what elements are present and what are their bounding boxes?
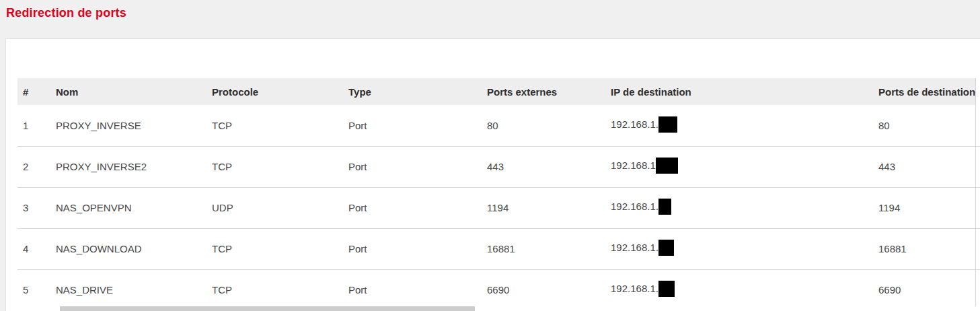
type-cell: Port	[343, 228, 482, 269]
table-row: 4 NAS_DOWNLOAD TCP Port 16881 192.168.1.…	[17, 228, 980, 269]
destination-ip-cell: 192.168.1.	[605, 228, 873, 269]
type-cell: Port	[343, 269, 482, 310]
ip-redaction-box	[656, 158, 678, 174]
table-header-row: # Nom Protocole Type Ports externes IP d…	[17, 78, 980, 105]
rule-name-cell: NAS_DOWNLOAD	[50, 228, 206, 269]
port-forwarding-table: # Nom Protocole Type Ports externes IP d…	[17, 78, 980, 310]
rule-name-cell: PROXY_INVERSE2	[50, 146, 206, 187]
table-row: 2 PROXY_INVERSE2 TCP Port 443 192.168.1 …	[17, 146, 980, 187]
destination-ip-cell: 192.168.1.	[605, 269, 873, 310]
cutoff-cell	[975, 146, 980, 187]
protocol-cell: TCP	[206, 146, 343, 187]
row-number-cell: 5	[17, 269, 50, 310]
ip-prefix-text: 192.168.1.	[611, 118, 658, 130]
column-header-protocole: Protocole	[206, 78, 343, 105]
column-header-ports-externes: Ports externes	[482, 78, 605, 105]
column-header-nom: Nom	[50, 78, 206, 105]
ip-redaction-box	[658, 281, 675, 297]
external-ports-cell: 16881	[482, 228, 605, 269]
ip-redaction-box	[658, 116, 677, 133]
table-row: 3 NAS_OPENVPN UDP Port 1194 192.168.1. 1…	[17, 187, 980, 228]
rule-name-cell: NAS_DRIVE	[50, 269, 206, 310]
destination-ports-cell: 443	[873, 146, 975, 187]
column-header-ports-destination: Ports de destination	[873, 78, 975, 105]
column-header-num: #	[17, 78, 50, 105]
table-row: 1 PROXY_INVERSE TCP Port 80 192.168.1. 8…	[17, 105, 980, 146]
ip-prefix-text: 192.168.1.	[611, 201, 658, 212]
ip-prefix-text: 192.168.1.	[611, 242, 658, 253]
destination-ports-cell: 16881	[873, 228, 975, 269]
ip-prefix-text: 192.168.1	[611, 160, 656, 171]
column-header-ip-destination: IP de destination	[605, 78, 873, 105]
column-header-cutoff	[975, 78, 980, 105]
protocol-cell: TCP	[206, 105, 343, 146]
type-cell: Port	[343, 105, 482, 146]
destination-ports-cell: 1194	[873, 187, 975, 228]
port-forwarding-panel: # Nom Protocole Type Ports externes IP d…	[5, 38, 980, 311]
external-ports-cell: 6690	[482, 269, 605, 310]
row-number-cell: 3	[17, 187, 50, 228]
rule-name-cell: PROXY_INVERSE	[50, 105, 206, 146]
destination-ip-cell: 192.168.1	[605, 146, 873, 187]
page-title: Redirection de ports	[0, 0, 980, 20]
external-ports-cell: 80	[482, 105, 605, 146]
table-row: 5 NAS_DRIVE TCP Port 6690 192.168.1. 669…	[17, 269, 980, 310]
cutoff-cell	[975, 105, 980, 146]
rule-name-cell: NAS_OPENVPN	[50, 187, 206, 228]
destination-ip-cell: 192.168.1.	[605, 105, 873, 146]
destination-ip-cell: 192.168.1.	[605, 187, 873, 228]
row-number-cell: 1	[17, 105, 50, 146]
cutoff-cell	[975, 269, 980, 310]
ip-redaction-box	[658, 240, 674, 256]
cutoff-cell	[975, 187, 980, 228]
ip-redaction-box	[658, 199, 671, 215]
horizontal-scrollbar[interactable]	[6, 306, 980, 311]
row-number-cell: 4	[17, 228, 50, 269]
column-header-type: Type	[343, 78, 482, 105]
type-cell: Port	[343, 146, 482, 187]
protocol-cell: TCP	[206, 228, 343, 269]
external-ports-cell: 443	[482, 146, 605, 187]
destination-ports-cell: 6690	[873, 269, 975, 310]
destination-ports-cell: 80	[873, 105, 975, 146]
row-number-cell: 2	[17, 146, 50, 187]
type-cell: Port	[343, 187, 482, 228]
cutoff-cell	[975, 228, 980, 269]
ip-prefix-text: 192.168.1.	[611, 283, 658, 295]
protocol-cell: TCP	[206, 269, 343, 310]
horizontal-scrollbar-thumb[interactable]	[60, 306, 475, 311]
external-ports-cell: 1194	[482, 187, 605, 228]
protocol-cell: UDP	[206, 187, 343, 228]
